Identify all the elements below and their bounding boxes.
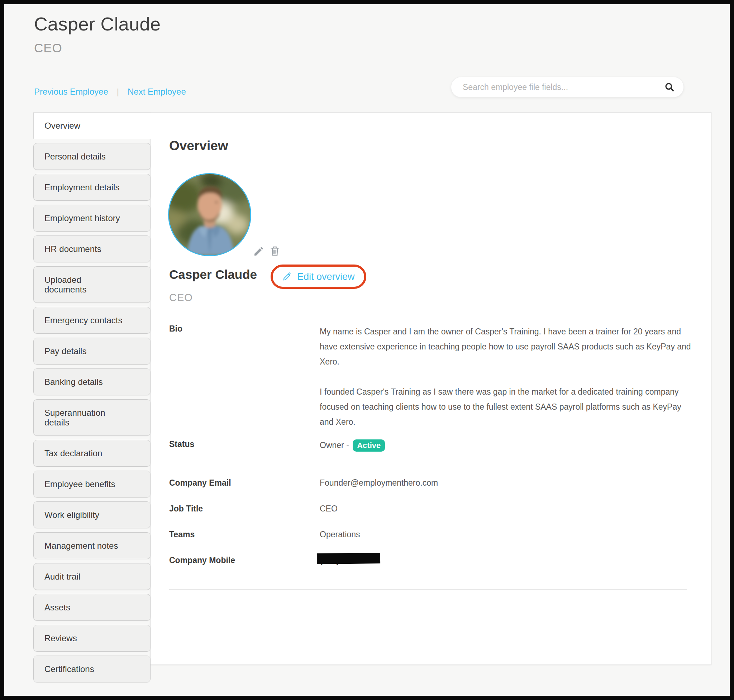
sidebar-tab-tax-declaration[interactable]: Tax declaration <box>33 440 150 467</box>
status-value: Owner - Active <box>320 440 385 451</box>
tab-overview[interactable]: Overview <box>33 112 151 139</box>
teams-value: Operations <box>320 530 360 540</box>
employee-file-page: Casper Claude CEO Previous Employee | Ne… <box>4 4 730 696</box>
company-email-value: Founder@employmenthero.com <box>320 478 438 488</box>
sidebar-tab-work-eligibility[interactable]: Work eligibility <box>33 501 150 528</box>
sidebar: Overview Personal detailsEmployment deta… <box>33 112 151 682</box>
company-email-label: Company Email <box>169 478 231 488</box>
next-employee-link[interactable]: Next Employee <box>128 87 186 97</box>
profile-name: Casper Claude <box>169 268 257 282</box>
status-label: Status <box>169 440 194 449</box>
screenshot-frame: Casper Claude CEO Previous Employee | Ne… <box>0 0 734 700</box>
job-title-value: CEO <box>320 504 338 514</box>
sidebar-tab-assets[interactable]: Assets <box>33 594 150 621</box>
edit-overview-label: Edit overview <box>297 271 355 282</box>
sidebar-tab-audit-trail[interactable]: Audit trail <box>33 563 150 590</box>
redaction-bar <box>317 553 381 564</box>
sidebar-tab-pay-details[interactable]: Pay details <box>33 338 150 365</box>
sidebar-tab-reviews[interactable]: Reviews <box>33 625 150 651</box>
company-mobile-value: (+61) 45311110 <box>320 556 377 565</box>
bio-paragraph-2: I founded Casper's Training as I saw the… <box>320 384 694 429</box>
bio-text: My name is Casper and I am the owner of … <box>320 324 694 429</box>
sidebar-tab-banking-details[interactable]: Banking details <box>33 368 150 396</box>
sidebar-tab-uploaded-documents[interactable]: Uploaded documents <box>33 266 150 303</box>
sidebar-tab-superannuation-details[interactable]: Superannuation details <box>33 399 150 436</box>
search-icon[interactable] <box>664 82 675 93</box>
teams-label: Teams <box>169 530 195 540</box>
sidebar-tab-employment-details[interactable]: Employment details <box>33 174 150 201</box>
page-subtitle: CEO <box>34 41 62 55</box>
photo-delete-trash-icon[interactable] <box>269 245 281 257</box>
sidebar-tab-emergency-contacts[interactable]: Emergency contacts <box>33 307 150 334</box>
sidebar-tab-employee-benefits[interactable]: Employee benefits <box>33 471 150 497</box>
main-panel: Overview <box>150 112 711 665</box>
page-title: Casper Claude <box>34 14 160 34</box>
sidebar-tab-employment-history[interactable]: Employment history <box>33 204 150 232</box>
sidebar-tab-hr-documents[interactable]: HR documents <box>33 235 150 262</box>
profile-job-title: CEO <box>169 292 193 304</box>
status-badge: Active <box>353 440 385 451</box>
bio-label: Bio <box>169 324 182 334</box>
company-mobile-label: Company Mobile <box>169 556 235 565</box>
status-value-prefix: Owner - <box>320 441 351 450</box>
sidebar-tab-management-notes[interactable]: Management notes <box>33 532 150 559</box>
employee-nav: Previous Employee | Next Employee <box>34 87 186 97</box>
previous-employee-link[interactable]: Previous Employee <box>34 87 108 97</box>
search-box[interactable] <box>451 77 684 97</box>
avatar <box>168 173 251 256</box>
section-divider <box>169 589 687 590</box>
photo-edit-pencil-icon[interactable] <box>253 246 265 257</box>
sidebar-tab-personal-details[interactable]: Personal details <box>33 143 150 170</box>
job-title-label: Job Title <box>169 504 203 514</box>
bio-paragraph-1: My name is Casper and I am the owner of … <box>320 324 694 369</box>
search-input[interactable] <box>462 82 664 93</box>
edit-overview-button[interactable]: Edit overview <box>273 267 364 287</box>
edit-pencil-icon <box>282 272 292 282</box>
overview-heading: Overview <box>169 138 228 153</box>
nav-divider: | <box>117 87 119 97</box>
avatar-photo-illustration <box>169 174 250 255</box>
annotation-circle: Edit overview <box>271 265 366 289</box>
sidebar-tab-certifications[interactable]: Certifications <box>33 656 150 682</box>
